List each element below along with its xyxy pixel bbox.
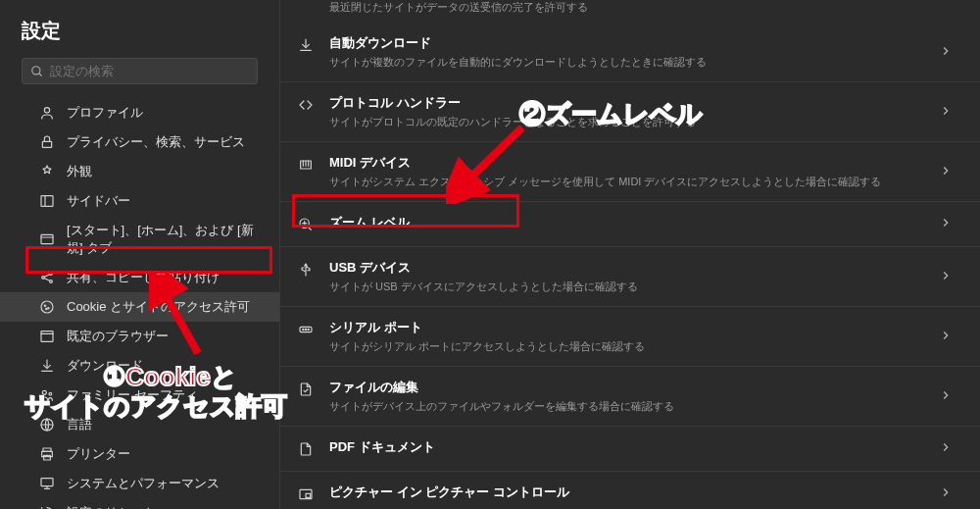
svg-point-39 [308, 329, 309, 330]
chevron-right-icon [939, 388, 953, 405]
sidebar-item-label: プライバシー、検索、サービス [67, 133, 245, 151]
setting-desc: サイトがシステム エクスクルーシブ メッセージを使用して MIDI デバイスにア… [329, 175, 939, 189]
settings-search-box[interactable] [22, 58, 258, 84]
usb-icon [296, 260, 316, 280]
chevron-right-icon [939, 44, 953, 61]
printer-icon [39, 446, 55, 462]
setting-text: プロトコル ハンドラーサイトがプロトコルの既定のハンドラーとなることを求めること… [329, 94, 939, 129]
chevron-right-icon [939, 216, 953, 232]
sidebar-item-cookies[interactable]: Cookie とサイトのアクセス許可 [0, 292, 279, 322]
setting-text: ズーム レベル [329, 214, 939, 231]
svg-rect-4 [41, 196, 53, 207]
settings-sidebar: 設定 プロファイルプライバシー、検索、サービス外観サイドバー[スタート]、[ホー… [0, 0, 280, 509]
svg-point-15 [42, 390, 46, 394]
zoom-icon [296, 215, 316, 234]
sidebar-item-label: 言語 [67, 416, 92, 433]
sidebar-item-system[interactable]: システムとパフォーマンス [0, 469, 279, 498]
sidebar-item-lock[interactable]: プライバシー、検索、サービス [0, 127, 279, 157]
sidebar-item-label: プリンター [67, 445, 130, 463]
sidebar-title: 設定 [0, 18, 279, 58]
setting-row-pip[interactable]: ピクチャー イン ピクチャー コントロール [280, 472, 980, 509]
setting-row-file[interactable]: ファイルの編集サイトがデバイス上のファイルやフォルダーを編集する場合に確認する [280, 367, 980, 427]
share-icon [39, 270, 55, 285]
pdf-icon [296, 439, 316, 459]
setting-text: USB デバイスサイトが USB デバイスにアクセスしようとした場合に確認する [329, 259, 939, 294]
setting-row-zoom[interactable]: ズーム レベル [280, 202, 980, 247]
sidebar-item-browser[interactable]: 既定のブラウザー [0, 322, 279, 351]
protocol-icon [296, 95, 316, 115]
svg-point-2 [44, 108, 49, 113]
setting-title: ファイルの編集 [329, 379, 939, 396]
svg-line-33 [308, 227, 311, 229]
setting-text: MIDI デバイスサイトがシステム エクスクルーシブ メッセージを使用して MI… [329, 154, 939, 189]
chevron-right-icon [939, 440, 953, 457]
profile-icon [39, 105, 55, 121]
cookies-icon [39, 299, 55, 315]
partial-prev-desc: 最近閉じたサイトがデータの送受信の完了を許可する [280, 0, 980, 23]
sidebar-item-reset[interactable]: 設定のリセット [0, 498, 279, 509]
reset-icon [39, 505, 55, 509]
setting-desc: サイトがプロトコルの既定のハンドラーとなることを求めることを許可する [329, 115, 939, 129]
setting-text: ピクチャー イン ピクチャー コントロール [329, 484, 939, 501]
chevron-right-icon [939, 164, 953, 180]
settings-main: 最近閉じたサイトがデータの送受信の完了を許可する 自動ダウンロードサイトが複数の… [280, 0, 980, 509]
sidebar-item-printer[interactable]: プリンター [0, 439, 279, 469]
sidebar-item-profile[interactable]: プロファイル [0, 98, 279, 127]
chevron-right-icon [939, 269, 953, 285]
svg-rect-14 [41, 331, 53, 342]
serial-icon [296, 320, 316, 339]
sidebar-item-label: ダウンロード [67, 357, 143, 375]
family-icon [39, 387, 55, 403]
setting-title: ズーム レベル [329, 214, 939, 231]
sidebar-item-label: ファミリー セーフティ [67, 386, 198, 404]
pip-icon [296, 484, 316, 504]
sidebar-item-label: 外観 [67, 163, 92, 180]
svg-point-38 [305, 329, 306, 330]
setting-row-serial[interactable]: シリアル ポートサイトがシリアル ポートにアクセスしようとした場合に確認する [280, 307, 980, 367]
svg-point-13 [46, 308, 47, 309]
sidebar-item-tabs[interactable]: [スタート]、[ホーム]、および [新規] タブ [0, 216, 279, 263]
setting-title: USB デバイス [329, 259, 939, 277]
download-icon [296, 35, 316, 55]
setting-row-pdf[interactable]: PDF ドキュメント [280, 427, 980, 472]
settings-search-input[interactable] [50, 64, 249, 78]
system-icon [39, 476, 55, 491]
setting-title: シリアル ポート [329, 319, 939, 336]
svg-rect-20 [44, 455, 51, 460]
language-icon [39, 417, 55, 433]
sidebar-item-family[interactable]: ファミリー セーフティ [0, 381, 279, 410]
setting-title: 自動ダウンロード [329, 34, 939, 52]
sidebar-item-appearance[interactable]: 外観 [0, 157, 279, 186]
sidebar-item-download[interactable]: ダウンロード [0, 351, 279, 381]
svg-point-10 [41, 301, 53, 313]
setting-row-midi[interactable]: MIDI デバイスサイトがシステム エクスクルーシブ メッセージを使用して MI… [280, 142, 980, 202]
setting-title: ピクチャー イン ピクチャー コントロール [329, 484, 939, 501]
svg-rect-6 [41, 234, 53, 243]
setting-text: PDF ドキュメント [329, 438, 939, 456]
setting-row-usb[interactable]: USB デバイスサイトが USB デバイスにアクセスしようとした場合に確認する [280, 247, 980, 307]
setting-text: 自動ダウンロードサイトが複数のファイルを自動的にダウンロードしようとしたときに確… [329, 34, 939, 70]
sidebar-item-label: 共有、コピーして貼り付け [67, 269, 220, 286]
sidebar-item-label: システムとパフォーマンス [67, 475, 220, 492]
sidebar-item-label: サイドバー [67, 192, 130, 210]
setting-title: プロトコル ハンドラー [329, 94, 939, 112]
sidebar-item-language[interactable]: 言語 [0, 410, 279, 439]
download-icon [39, 358, 55, 374]
sidebar-item-share[interactable]: 共有、コピーして貼り付け [0, 263, 279, 292]
search-icon [30, 65, 44, 78]
chevron-right-icon [939, 104, 953, 121]
svg-rect-36 [300, 327, 312, 331]
sidebar-item-label: 設定のリセット [67, 504, 156, 509]
setting-desc: サイトがシリアル ポートにアクセスしようとした場合に確認する [329, 339, 939, 354]
chevron-right-icon [939, 329, 953, 345]
setting-title: PDF ドキュメント [329, 438, 939, 456]
setting-row-protocol[interactable]: プロトコル ハンドラーサイトがプロトコルの既定のハンドラーとなることを求めること… [280, 82, 980, 142]
sidebar-item-label: Cookie とサイトのアクセス許可 [67, 298, 250, 316]
svg-rect-21 [41, 479, 53, 486]
sidebar-item-sidebar[interactable]: サイドバー [0, 186, 279, 216]
chevron-right-icon [939, 485, 953, 502]
file-icon [296, 380, 316, 399]
svg-rect-41 [306, 493, 311, 497]
appearance-icon [39, 164, 55, 179]
setting-row-download[interactable]: 自動ダウンロードサイトが複数のファイルを自動的にダウンロードしようとしたときに確… [280, 23, 980, 82]
